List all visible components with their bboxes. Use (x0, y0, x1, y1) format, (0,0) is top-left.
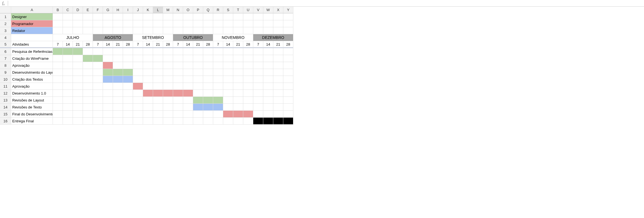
cell[interactable] (113, 20, 123, 27)
cell[interactable] (253, 27, 263, 34)
cell[interactable] (263, 104, 273, 111)
cell[interactable] (253, 13, 263, 20)
cell[interactable] (11, 34, 53, 41)
week-header[interactable]: 28 (83, 41, 93, 48)
row-header[interactable]: 4 (0, 34, 11, 41)
cell[interactable] (173, 118, 183, 125)
row-header[interactable]: 11 (0, 83, 11, 90)
cell[interactable] (283, 118, 293, 125)
cell[interactable] (113, 62, 123, 69)
cell[interactable] (263, 48, 273, 55)
week-header[interactable]: 28 (283, 41, 293, 48)
cell[interactable] (103, 20, 113, 27)
cell[interactable] (273, 111, 283, 118)
cell[interactable] (123, 76, 133, 83)
cell[interactable] (253, 69, 263, 76)
cell[interactable] (223, 76, 233, 83)
cell[interactable] (53, 118, 63, 125)
month-header[interactable]: AGOSTO (93, 34, 133, 41)
col-header[interactable]: E (83, 7, 93, 13)
activity-name[interactable]: Criação dos Textos (11, 76, 53, 83)
cell[interactable] (243, 97, 253, 104)
cell[interactable] (173, 111, 183, 118)
cell[interactable] (73, 27, 83, 34)
cell[interactable] (53, 20, 63, 27)
col-header[interactable]: S (223, 7, 233, 13)
month-header[interactable]: SETEMBRO (133, 34, 173, 41)
cell[interactable] (113, 111, 123, 118)
cell[interactable] (103, 118, 113, 125)
cell[interactable] (113, 104, 123, 111)
cell[interactable] (203, 111, 213, 118)
cell[interactable] (123, 55, 133, 62)
cell[interactable] (183, 118, 193, 125)
cell[interactable] (163, 90, 173, 97)
cell[interactable] (53, 97, 63, 104)
cell[interactable] (163, 97, 173, 104)
cell[interactable] (203, 90, 213, 97)
cell[interactable] (253, 48, 263, 55)
legend-redator[interactable]: Redator (11, 27, 53, 34)
week-header[interactable]: 21 (193, 41, 203, 48)
cell[interactable] (163, 13, 173, 20)
cell[interactable] (223, 118, 233, 125)
col-header[interactable]: R (213, 7, 223, 13)
cell[interactable] (183, 55, 193, 62)
cell[interactable] (53, 62, 63, 69)
cell[interactable] (283, 69, 293, 76)
cell[interactable] (283, 20, 293, 27)
cell[interactable] (153, 13, 163, 20)
cell[interactable] (143, 20, 153, 27)
cell[interactable] (113, 13, 123, 20)
col-header[interactable]: G (103, 7, 113, 13)
cell[interactable] (253, 104, 263, 111)
cell[interactable] (233, 20, 243, 27)
cell[interactable] (253, 20, 263, 27)
col-header[interactable]: H (113, 7, 123, 13)
cell[interactable] (193, 83, 203, 90)
col-header[interactable]: Q (203, 7, 213, 13)
select-all-corner[interactable] (0, 7, 11, 13)
cell[interactable] (73, 111, 83, 118)
cell[interactable] (123, 48, 133, 55)
activity-name[interactable]: Aprovação (11, 62, 53, 69)
row-header[interactable]: 8 (0, 62, 11, 69)
cell[interactable] (153, 118, 163, 125)
cell[interactable] (233, 55, 243, 62)
row-header[interactable]: 10 (0, 76, 11, 83)
cell[interactable] (83, 76, 93, 83)
col-header[interactable]: T (233, 7, 243, 13)
cell[interactable] (83, 104, 93, 111)
cell[interactable] (283, 83, 293, 90)
cell[interactable] (273, 20, 283, 27)
cell[interactable] (123, 111, 133, 118)
cell[interactable] (113, 48, 123, 55)
cell[interactable] (163, 104, 173, 111)
cell[interactable] (253, 76, 263, 83)
activity-name[interactable]: Desenvolvimento 1.0 (11, 90, 53, 97)
cell[interactable] (213, 90, 223, 97)
cell[interactable] (153, 69, 163, 76)
cell[interactable] (213, 76, 223, 83)
cell[interactable] (273, 118, 283, 125)
cell[interactable] (203, 55, 213, 62)
cell[interactable] (203, 20, 213, 27)
cell[interactable] (253, 90, 263, 97)
cell[interactable] (53, 69, 63, 76)
cell[interactable] (213, 27, 223, 34)
cell[interactable] (273, 27, 283, 34)
cell[interactable] (203, 118, 213, 125)
cell[interactable] (223, 104, 233, 111)
cell[interactable] (173, 90, 183, 97)
cell[interactable] (133, 20, 143, 27)
cell[interactable] (193, 69, 203, 76)
cell[interactable] (113, 97, 123, 104)
cell[interactable] (53, 90, 63, 97)
week-header[interactable]: 21 (113, 41, 123, 48)
col-header[interactable]: W (263, 7, 273, 13)
cell[interactable] (193, 62, 203, 69)
cell[interactable] (93, 48, 103, 55)
cell[interactable] (193, 55, 203, 62)
week-header[interactable]: 21 (273, 41, 283, 48)
cell[interactable] (63, 111, 73, 118)
